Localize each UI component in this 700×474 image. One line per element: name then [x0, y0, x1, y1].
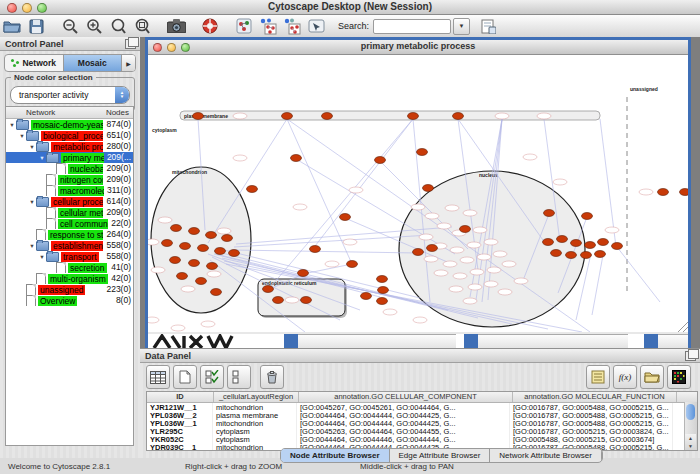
tree-item-cell-communicat[interactable]: cell communicat22(0)	[6, 218, 133, 229]
network-node-cytoplasm[interactable]	[544, 210, 555, 217]
network-node-cytoplasm[interactable]	[427, 245, 438, 252]
network-node-mitochondrion[interactable]	[196, 278, 207, 285]
tab-edge-attribute-browser[interactable]: Edge Attribute Browser	[390, 449, 491, 462]
network-node-unassigned[interactable]	[658, 189, 669, 196]
network-node-nucleus_cluster[interactable]	[581, 252, 592, 259]
network-edge[interactable]	[232, 250, 418, 253]
tree-item-unassigned[interactable]: unassigned223(0)	[6, 284, 133, 295]
float-panel-icon[interactable]	[125, 39, 136, 49]
network-node-nucleus_cluster[interactable]	[595, 251, 606, 258]
network-window-titlebar[interactable]: primary metabolic process	[148, 40, 688, 55]
network-edge[interactable]	[617, 247, 660, 302]
scrollbar-thumb[interactable]	[686, 404, 695, 420]
network-node-nucleus_cluster[interactable]	[551, 250, 562, 257]
attribute-notes-icon[interactable]	[586, 365, 610, 389]
tree-item-overview[interactable]: Overview8(0)	[6, 295, 133, 306]
attribute-table[interactable]: ID _cellularLayoutRegion annotation.GO C…	[146, 391, 698, 451]
tree-item-establishment-of-lo[interactable]: ▼establishment of lo558(0)	[6, 240, 133, 251]
network-node-cytoplasm[interactable]	[247, 186, 258, 193]
network-node-unassigned[interactable]	[680, 189, 689, 196]
zoom-selected-icon[interactable]	[108, 17, 128, 35]
annotation-icon[interactable]	[306, 17, 326, 35]
search-input[interactable]	[373, 19, 451, 34]
import-attributes-icon[interactable]	[478, 17, 498, 35]
scrollbar-arrows[interactable]: ▲▼	[685, 434, 696, 450]
network-edge[interactable]	[592, 255, 603, 315]
tab-mosaic[interactable]: Mosaic	[64, 55, 123, 71]
network-node-cytoplasm[interactable]	[298, 270, 309, 277]
network-node-cytoplasm[interactable]	[347, 261, 358, 268]
tree-item-mosaic-demo-yeast[interactable]: ▼mosaic-demo-yeast874(0)	[6, 119, 133, 130]
tree-item-macromolecule[interactable]: macromolecule311(0)	[6, 185, 133, 196]
network-node-cytoplasm[interactable]	[377, 276, 388, 283]
search-options-dropdown-icon[interactable]: ▼	[453, 18, 470, 35]
col-id[interactable]: ID	[147, 392, 214, 402]
expand-arrow-icon[interactable]: ▼	[28, 199, 36, 205]
network-node-mitochondrion[interactable]	[170, 257, 181, 264]
network-node-cytoplasm[interactable]	[310, 246, 321, 253]
network-node-mitochondrion[interactable]	[211, 289, 222, 296]
tree-item-nitrogen-compo[interactable]: nitrogen compo209(0)	[6, 174, 133, 185]
expand-arrow-icon[interactable]: ▼	[38, 254, 46, 260]
col-cellular-layout-region[interactable]: _cellularLayoutRegion	[214, 392, 299, 402]
tree-item-multi-organism-pro[interactable]: multi-organism pro42(0)	[6, 273, 133, 284]
tree-item-biological-process[interactable]: ▼biological_process651(0)	[6, 130, 133, 141]
help-icon[interactable]	[200, 17, 220, 35]
network-node-endoplasmic_reticulum[interactable]	[301, 297, 312, 304]
tree-item-secretion[interactable]: secretion41(0)	[6, 262, 133, 273]
network-edge[interactable]	[312, 119, 413, 250]
network-node-nucleus_cluster[interactable]	[543, 239, 554, 246]
expand-arrow-icon[interactable]: ▼	[18, 133, 26, 139]
tree-item-response-to-stimulu[interactable]: response to stimulu264(0)	[6, 229, 133, 240]
network-node-cytoplasm[interactable]	[291, 155, 302, 162]
network-canvas[interactable]: plasma membranecytoplasmmitochondrionnuc…	[148, 55, 688, 332]
network-node-cytoplasm[interactable]	[413, 249, 424, 256]
network-node-mitochondrion[interactable]	[198, 245, 209, 252]
network-node-cytoplasm[interactable]	[340, 214, 351, 221]
new-attribute-icon[interactable]	[173, 365, 197, 389]
network-node-nucleus_cluster[interactable]	[598, 239, 609, 246]
zoom-fit-icon[interactable]	[132, 17, 152, 35]
node-color-attribute-select[interactable]: transporter activity ▲▼	[10, 86, 130, 104]
hide-selected-icon[interactable]	[282, 17, 302, 35]
expand-arrow-icon[interactable]: ▼	[28, 243, 36, 249]
attribute-table-icon[interactable]	[146, 365, 170, 389]
network-node-mitochondrion[interactable]	[189, 260, 200, 267]
tab-node-attribute-browser[interactable]: Node Attribute Browser	[281, 449, 390, 462]
network-node-mitochondrion[interactable]	[180, 243, 191, 250]
network-node-endoplasmic_reticulum[interactable]	[273, 297, 284, 304]
tab-network-attribute-browser[interactable]: Network Attribute Browser	[490, 449, 601, 462]
network-node-mitochondrion[interactable]	[177, 273, 188, 280]
network-node-mitochondrion[interactable]	[206, 232, 217, 239]
open-file-icon[interactable]	[2, 17, 22, 35]
network-edge[interactable]	[287, 119, 352, 264]
network-node-cytoplasm[interactable]	[377, 298, 388, 305]
col-go-molecular-function[interactable]: annotation.GO MOLECULAR_FUNCTION	[513, 392, 677, 402]
col-go-cellular-component[interactable]: annotation.GO CELLULAR_COMPONENT	[299, 392, 513, 402]
import-attributes-icon[interactable]	[640, 365, 664, 389]
expand-arrow-icon[interactable]: ▼	[38, 155, 46, 161]
network-node-cytoplasm[interactable]	[417, 149, 428, 156]
network-node-mitochondrion[interactable]	[171, 225, 182, 232]
network-node-cytoplasm[interactable]	[375, 157, 386, 164]
network-node-mitochondrion[interactable]	[207, 263, 218, 270]
window-resize-grip[interactable]	[678, 320, 688, 332]
function-builder-icon[interactable]: f(x)	[613, 365, 637, 389]
snapshot-icon[interactable]	[166, 17, 186, 35]
network-node-membrane[interactable]	[322, 113, 333, 120]
more-tabs-arrow-icon[interactable]: ▶	[122, 55, 135, 71]
tree-item-primary-metabo[interactable]: ▼primary metabo209(...	[6, 152, 133, 163]
network-node-membrane[interactable]	[193, 113, 204, 120]
network-node-cytoplasm[interactable]	[263, 286, 274, 293]
expand-arrow-icon[interactable]: ▼	[8, 122, 16, 128]
select-attributes-icon[interactable]	[200, 365, 224, 389]
tree-item-transport[interactable]: ▼transport558(0)	[6, 251, 133, 262]
network-node-nucleus_cluster[interactable]	[612, 243, 623, 250]
network-node-cytoplasm[interactable]	[582, 213, 593, 220]
network-node-nucleus_cluster[interactable]	[571, 240, 582, 247]
network-view-window[interactable]: primary metabolic process plasma membran…	[145, 37, 691, 348]
network-node-mitochondrion[interactable]	[162, 240, 173, 247]
table-scrollbar[interactable]: ▲▼	[684, 402, 697, 450]
float-panel-icon[interactable]	[685, 351, 696, 361]
network-node-membrane[interactable]	[408, 113, 419, 120]
